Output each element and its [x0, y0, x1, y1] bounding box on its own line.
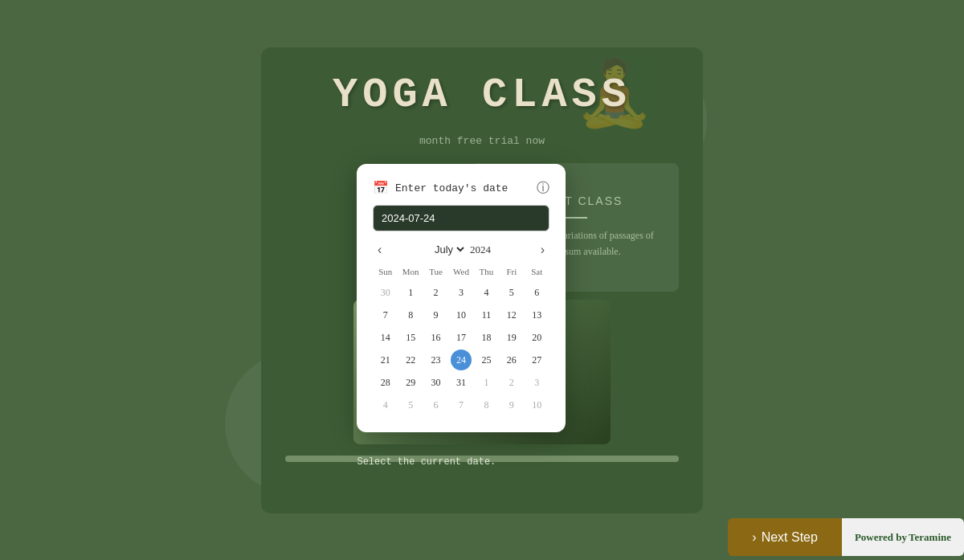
table-row[interactable]: 25	[476, 349, 496, 370]
table-row[interactable]: 11	[476, 305, 496, 325]
table-row[interactable]: 8	[476, 394, 496, 415]
table-row[interactable]: 22	[400, 349, 421, 370]
table-row[interactable]: 9	[501, 394, 522, 415]
next-step-label: Next Step	[762, 530, 818, 545]
calendar-week-2: 7 8 9 10 11 12 13	[373, 304, 549, 326]
day-header-thu: Thu	[474, 265, 499, 278]
table-row[interactable]: 20	[526, 327, 547, 348]
day-header-fri: Fri	[499, 265, 524, 278]
table-row[interactable]: 13	[526, 305, 547, 325]
table-row[interactable]: 15	[400, 327, 421, 348]
table-row[interactable]: 14	[375, 327, 396, 348]
date-input[interactable]	[373, 205, 549, 231]
info-icon[interactable]: ⓘ	[537, 180, 549, 197]
table-row[interactable]: 9	[426, 305, 447, 325]
outer-background: 🧘 YOGA CLASS month free trial now ABOUT …	[0, 0, 964, 560]
main-card: 🧘 YOGA CLASS month free trial now ABOUT …	[261, 47, 703, 513]
powered-by-section: Powered by Teramine	[842, 518, 964, 556]
next-month-button[interactable]: ›	[536, 241, 549, 259]
month-select[interactable]: July	[431, 243, 467, 256]
calendar-grid: Sun Mon Tue Wed Thu Fri Sat 30 1 2 3 4 5…	[373, 265, 549, 416]
day-header-mon: Mon	[398, 265, 423, 278]
table-row[interactable]: 16	[426, 327, 447, 348]
calendar-week-1: 30 1 2 3 4 5 6	[373, 281, 549, 304]
day-header-sun: Sun	[373, 265, 398, 278]
next-step-button[interactable]: › Next Step	[728, 518, 842, 556]
table-row[interactable]: 4	[476, 282, 496, 303]
table-row[interactable]: 30	[426, 372, 447, 393]
calendar-week-5: 28 29 30 31 1 2 3	[373, 371, 549, 394]
calendar-icon: 📅	[373, 180, 389, 196]
calendar-week-3: 14 15 16 17 18 19 20	[373, 326, 549, 349]
table-row[interactable]: 7	[375, 305, 396, 325]
table-row[interactable]: 21	[375, 349, 396, 370]
table-row[interactable]: 5	[400, 394, 421, 415]
calendar-nav: ‹ July 2024 ›	[373, 241, 549, 259]
table-row[interactable]: 5	[501, 282, 522, 303]
year-display: 2024	[470, 243, 491, 256]
table-row[interactable]: 3	[526, 372, 547, 393]
powered-by-text: Powered by	[855, 531, 907, 544]
powered-by-brand: Teramine	[909, 531, 951, 544]
table-row[interactable]: 31	[451, 372, 472, 393]
calendar-day-headers: Sun Mon Tue Wed Thu Fri Sat	[373, 265, 549, 278]
table-row[interactable]: 18	[476, 327, 496, 348]
page-title: YOGA CLASS	[333, 47, 631, 135]
calendar-week-4: 21 22 23 24 25 26 27	[373, 349, 549, 371]
calendar-week-6: 4 5 6 7 8 9 10	[373, 394, 549, 416]
table-row[interactable]: 27	[526, 349, 547, 370]
month-year-display: July 2024	[431, 243, 491, 256]
table-row[interactable]: 19	[501, 327, 522, 348]
table-row[interactable]: 3	[451, 282, 472, 303]
table-row[interactable]: 10	[526, 394, 547, 415]
table-row[interactable]: 30	[375, 282, 396, 303]
table-row[interactable]: 12	[501, 305, 522, 325]
next-step-arrow: ›	[752, 530, 756, 545]
table-row[interactable]: 2	[426, 282, 447, 303]
table-row[interactable]: 4	[375, 394, 396, 415]
date-modal: 📅 Enter today's date ⓘ ‹ July 2024 ›	[357, 164, 566, 432]
selected-day[interactable]: 24	[451, 349, 472, 370]
table-row[interactable]: 26	[501, 349, 522, 370]
select-date-hint: Select the current date.	[357, 453, 496, 468]
modal-header: 📅 Enter today's date ⓘ	[373, 180, 549, 197]
table-row[interactable]: 8	[400, 305, 421, 325]
bottom-bar: › Next Step Powered by Teramine	[0, 514, 964, 560]
table-row[interactable]: 1	[400, 282, 421, 303]
table-row[interactable]: 6	[526, 282, 547, 303]
table-row[interactable]: 1	[476, 372, 496, 393]
day-header-sat: Sat	[525, 265, 549, 278]
modal-header-title: Enter today's date	[395, 182, 508, 194]
table-row[interactable]: 17	[451, 327, 472, 348]
about-divider	[563, 217, 587, 219]
table-row[interactable]: 2	[501, 372, 522, 393]
table-row[interactable]: 23	[426, 349, 447, 370]
table-row[interactable]: 6	[426, 394, 447, 415]
trial-text: month free trial now	[285, 135, 679, 147]
table-row[interactable]: 10	[451, 305, 472, 325]
table-row[interactable]: 28	[375, 372, 396, 393]
table-row[interactable]: 7	[451, 394, 472, 415]
prev-month-button[interactable]: ‹	[373, 241, 386, 259]
day-header-tue: Tue	[423, 265, 448, 278]
day-header-wed: Wed	[448, 265, 473, 278]
table-row[interactable]: 29	[400, 372, 421, 393]
